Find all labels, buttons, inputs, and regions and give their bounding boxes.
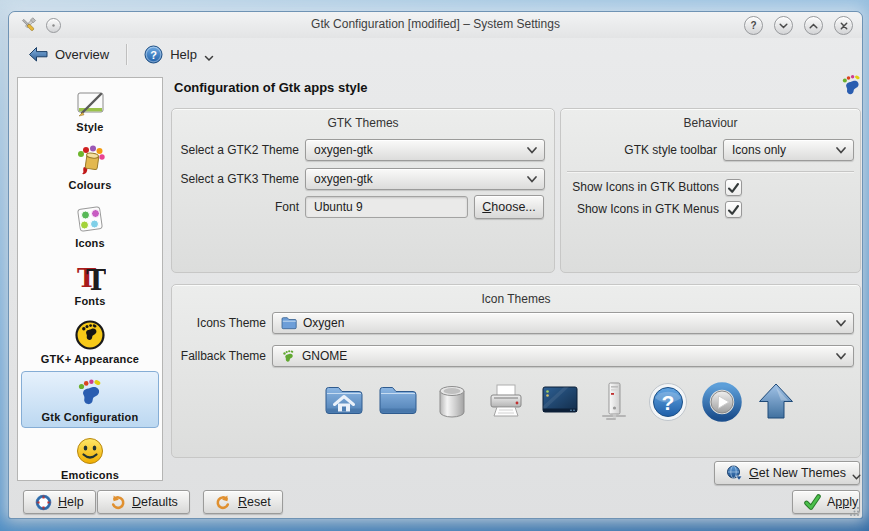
system-settings-window: Gtk Configuration [modified] – System Se… — [8, 11, 863, 519]
page-title: Configuration of Gtk apps style — [174, 80, 368, 95]
checkmark-icon — [727, 182, 740, 194]
svg-text:T: T — [86, 265, 106, 293]
help-menu-button[interactable]: ? Help — [137, 42, 221, 67]
overview-button[interactable]: Overview — [21, 43, 116, 66]
window-close-button[interactable] — [834, 16, 853, 35]
chevron-down-icon — [526, 175, 538, 184]
go-up-icon — [754, 380, 798, 424]
sidebar-item-emoticons[interactable]: Emoticons — [21, 429, 159, 486]
show-icons-buttons-checkbox[interactable] — [725, 179, 742, 196]
get-hot-new-stuff-icon — [726, 465, 743, 482]
apply-check-icon — [804, 494, 821, 510]
media-player-icon — [700, 380, 744, 424]
gtk-style-toolbar-combobox[interactable]: Icons only — [723, 139, 854, 161]
help-lifering-icon — [35, 494, 52, 511]
window-minimize-button[interactable] — [774, 16, 793, 35]
defaults-button[interactable]: Defaults — [97, 490, 190, 514]
trash-icon — [430, 380, 474, 424]
choose-font-button[interactable]: Choose... — [474, 195, 544, 219]
emoticons-icon — [74, 435, 106, 467]
reset-arrow-icon — [215, 494, 232, 511]
colours-icon — [74, 145, 106, 177]
show-icons-menus-label: Show Icons in GTK Menus — [563, 201, 719, 218]
icons-icon — [74, 203, 106, 235]
printer-icon — [484, 380, 528, 424]
sidebar-item-fonts[interactable]: T T Fonts — [21, 255, 159, 312]
folder-icon — [376, 380, 420, 424]
folder-home-icon — [322, 380, 366, 424]
sidebar-item-style[interactable]: Style — [21, 81, 159, 138]
icon-theme-preview: ? — [322, 380, 798, 424]
checkmark-icon — [727, 204, 740, 216]
chevron-down-icon — [204, 55, 214, 62]
main-toolbar: Overview ? Help — [9, 39, 862, 70]
fallback-theme-label: Fallback Theme — [174, 345, 266, 367]
chevron-down-icon — [835, 146, 847, 155]
reset-button[interactable]: Reset — [203, 490, 283, 514]
chevron-down-icon — [526, 146, 538, 155]
window-help-button[interactable]: ? — [744, 16, 763, 35]
svg-text:?: ? — [150, 49, 157, 61]
folder-small-icon — [281, 316, 297, 330]
computer-icon — [592, 380, 636, 424]
sidebar-item-gtk-appearance[interactable]: GTK+ Appearance — [21, 313, 159, 370]
chevron-down-icon — [852, 474, 861, 480]
gtk-style-toolbar-label: GTK style toolbar — [565, 139, 717, 161]
chevron-down-icon — [835, 319, 847, 328]
icon-themes-group-title: Icon Themes — [172, 292, 860, 306]
system-settings-tools-icon — [19, 16, 37, 34]
resize-grip[interactable] — [850, 506, 860, 516]
sidebar-category-list: Style Colours — [17, 77, 163, 481]
fallback-theme-combobox[interactable]: GNOME — [272, 345, 854, 367]
icon-themes-group: Icon Themes Icons Theme Oxygen Fallback … — [171, 284, 861, 458]
help-button[interactable]: Help — [23, 490, 96, 514]
gtk-appearance-icon — [74, 319, 106, 351]
font-field[interactable]: Ubuntu 9 — [305, 196, 468, 218]
undo-defaults-icon — [109, 494, 126, 511]
sidebar-item-gtk-configuration[interactable]: Gtk Configuration — [21, 371, 159, 428]
gtk3-theme-combobox[interactable]: oxygen-gtk — [305, 168, 545, 190]
sidebar-item-colours[interactable]: Colours — [21, 139, 159, 196]
gtk3-theme-label: Select a GTK3 Theme — [174, 168, 299, 190]
window-menu-button[interactable] — [46, 18, 61, 33]
gtk2-theme-label: Select a GTK2 Theme — [174, 139, 299, 161]
font-label: Font — [174, 196, 299, 218]
show-icons-menus-checkbox[interactable] — [725, 201, 742, 218]
screen-icon — [538, 380, 582, 424]
icons-theme-label: Icons Theme — [174, 312, 266, 334]
toolbar-separator — [126, 44, 127, 65]
style-icon — [74, 87, 106, 119]
gtk-foot-icon — [839, 72, 864, 99]
back-arrow-icon — [28, 46, 48, 63]
help-roundel-icon: ? — [144, 45, 163, 64]
gtk-themes-group: GTK Themes Select a GTK2 Theme oxygen-gt… — [171, 108, 555, 273]
window-title: Gtk Configuration [modified] – System Se… — [129, 17, 742, 31]
get-new-themes-button[interactable]: Get New Themes — [714, 461, 860, 485]
behaviour-group: Behaviour GTK style toolbar Icons only S… — [560, 108, 861, 273]
show-icons-buttons-label: Show Icons in GTK Buttons — [563, 179, 719, 196]
fonts-icon: T T — [74, 261, 106, 293]
sidebar-item-icons[interactable]: Icons — [21, 197, 159, 254]
behaviour-group-title: Behaviour — [561, 116, 860, 130]
gnome-foot-small-icon — [281, 349, 296, 364]
gtk2-theme-combobox[interactable]: oxygen-gtk — [305, 139, 545, 161]
window-maximize-button[interactable] — [804, 16, 823, 35]
behaviour-separator — [567, 171, 854, 172]
help-browser-icon: ? — [646, 380, 690, 424]
chevron-down-icon — [835, 352, 847, 361]
gtk-configuration-icon — [74, 377, 106, 409]
gtk-themes-group-title: GTK Themes — [172, 116, 554, 130]
titlebar[interactable]: Gtk Configuration [modified] – System Se… — [9, 12, 862, 38]
icons-theme-combobox[interactable]: Oxygen — [272, 312, 854, 334]
